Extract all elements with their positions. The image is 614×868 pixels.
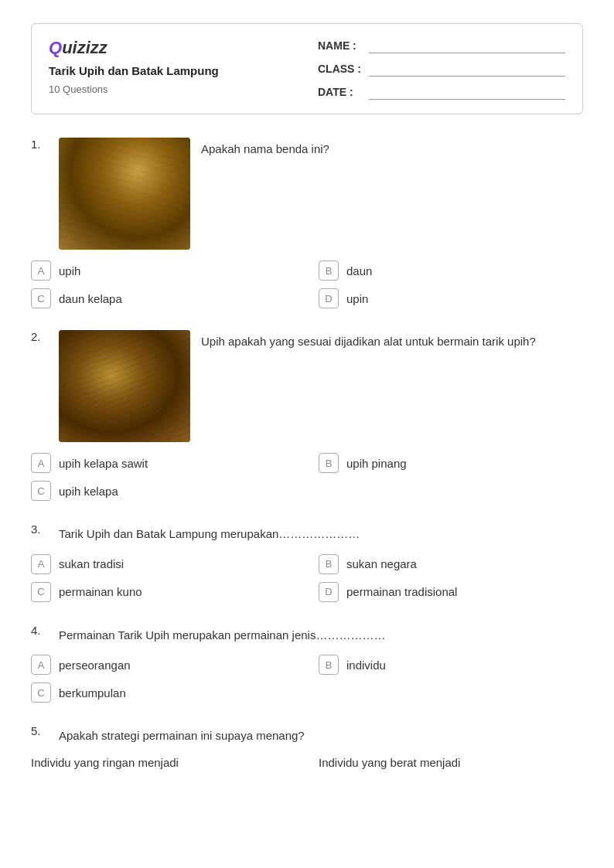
header-right: NAME : CLASS : DATE : <box>318 38 565 100</box>
answer-3-letter-b: B <box>319 554 339 574</box>
plant-image-1 <box>59 138 190 250</box>
question-3-text: Tarik Upih dan Batak Lampung merupakan……… <box>59 523 360 543</box>
answer-2-text-a: upih kelapa sawit <box>59 457 148 470</box>
answer-3-letter-d: D <box>319 582 339 602</box>
answer-text-b: daun <box>346 264 372 277</box>
answer-letter-c: C <box>31 288 51 308</box>
header-left: Q uizizz Tarik Upih dan Batak Lampung 10… <box>49 38 219 95</box>
question-5-answers: Individu yang ringan menjadi Individu ya… <box>31 756 583 769</box>
answer-letter-b: B <box>319 260 339 281</box>
answer-3-c: C permainan kuno <box>31 582 295 602</box>
answer-3-text-d: permainan tradisional <box>346 585 457 598</box>
class-field-row: CLASS : <box>318 61 565 77</box>
answer-3-b: B sukan negara <box>319 554 583 574</box>
question-4-num: 4. <box>31 624 48 637</box>
answer-letter-a: A <box>31 260 51 281</box>
question-5-num: 5. <box>31 724 48 737</box>
question-2-text: Upih apakah yang sesuai dijadikan alat u… <box>201 330 536 351</box>
quiz-title: Tarik Upih dan Batak Lampung <box>49 64 219 77</box>
answer-4-b: B individu <box>319 655 583 675</box>
answer-3-letter-c: C <box>31 582 51 602</box>
answer-2-b: B upih pinang <box>319 453 583 473</box>
answer-3-a: A sukan tradisi <box>31 554 295 574</box>
question-4-answers: A perseorangan B individu C berkumpulan <box>31 655 583 703</box>
answer-3-text-a: sukan tradisi <box>59 557 124 570</box>
question-1-image <box>59 138 190 250</box>
answer-5-text-a: Individu yang ringan menjadi <box>31 756 179 769</box>
answer-4-letter-a: A <box>31 655 51 675</box>
plant-image-2 <box>59 330 190 442</box>
answer-2-letter-a: A <box>31 453 51 473</box>
answer-text-d: upin <box>346 292 368 305</box>
question-2-num: 2. <box>31 330 48 343</box>
question-3: 3. Tarik Upih dan Batak Lampung merupaka… <box>31 523 583 602</box>
answer-5-text-b: Individu yang berat menjadi <box>319 756 460 769</box>
question-2-image <box>59 330 190 442</box>
answer-2-text-c: upih kelapa <box>59 485 118 498</box>
class-label: CLASS : <box>318 63 364 75</box>
question-2: 2. Upih apakah yang sesuai dijadikan ala… <box>31 330 583 501</box>
question-1-num: 1. <box>31 138 48 151</box>
answer-1-d: D upin <box>319 288 583 308</box>
answer-3-letter-a: A <box>31 554 51 574</box>
answer-4-text-b: individu <box>346 659 386 672</box>
answer-4-c: C berkumpulan <box>31 682 295 703</box>
answer-5-b: Individu yang berat menjadi <box>319 756 583 769</box>
answer-4-letter-b: B <box>319 655 339 675</box>
name-input[interactable] <box>369 38 565 53</box>
date-input[interactable] <box>369 84 565 100</box>
date-label: DATE : <box>318 86 364 98</box>
quizizz-logo: Q uizizz <box>49 38 219 58</box>
answer-5-a: Individu yang ringan menjadi <box>31 756 295 769</box>
question-5-header: 5. Apakah strategi permainan ini supaya … <box>31 724 583 745</box>
answer-3-text-b: sukan negara <box>346 557 417 570</box>
answer-letter-d: D <box>319 288 339 308</box>
answer-text-a: upih <box>59 264 80 277</box>
question-5-text: Apakah strategi permainan ini supaya men… <box>59 724 305 745</box>
answer-2-letter-c: C <box>31 481 51 501</box>
name-label: NAME : <box>318 39 364 52</box>
answer-2-c: C upih kelapa <box>31 481 295 501</box>
answer-3-d: D permainan tradisional <box>319 582 583 602</box>
question-4-text: Permainan Tarik Upih merupakan permainan… <box>59 624 385 645</box>
class-input[interactable] <box>369 61 565 77</box>
question-2-answers: A upih kelapa sawit B upih pinang C upih… <box>31 453 583 501</box>
answer-3-text-c: permainan kuno <box>59 585 142 598</box>
answer-4-letter-c: C <box>31 682 51 703</box>
question-1-text: Apakah nama benda ini? <box>201 138 329 158</box>
answer-2-a: A upih kelapa sawit <box>31 453 295 473</box>
quiz-questions: 10 Questions <box>49 83 219 95</box>
logo-rest: uizizz <box>62 38 107 58</box>
answer-2-letter-b: B <box>319 453 339 473</box>
answer-4-text-a: perseorangan <box>59 659 131 672</box>
question-2-header: 2. Upih apakah yang sesuai dijadikan ala… <box>31 330 583 442</box>
answer-4-text-c: berkumpulan <box>59 686 126 700</box>
answer-1-b: B daun <box>319 260 583 281</box>
answer-2-text-b: upih pinang <box>346 457 407 470</box>
answer-text-c: daun kelapa <box>59 292 122 305</box>
page: Q uizizz Tarik Upih dan Batak Lampung 10… <box>0 0 614 814</box>
question-3-answers: A sukan tradisi B sukan negara C permain… <box>31 554 583 602</box>
name-field-row: NAME : <box>318 38 565 53</box>
answer-1-c: C daun kelapa <box>31 288 295 308</box>
header-card: Q uizizz Tarik Upih dan Batak Lampung 10… <box>31 23 583 114</box>
question-3-num: 3. <box>31 523 48 536</box>
question-5: 5. Apakah strategi permainan ini supaya … <box>31 724 583 769</box>
date-field-row: DATE : <box>318 84 565 100</box>
question-1: 1. Apakah nama benda ini? A upih B daun … <box>31 138 583 308</box>
question-1-answers: A upih B daun C daun kelapa D upin <box>31 260 583 308</box>
answer-1-a: A upih <box>31 260 295 281</box>
question-1-header: 1. Apakah nama benda ini? <box>31 138 583 250</box>
question-3-header: 3. Tarik Upih dan Batak Lampung merupaka… <box>31 523 583 543</box>
logo-q-icon: Q <box>49 38 62 58</box>
question-4-header: 4. Permainan Tarik Upih merupakan permai… <box>31 624 583 645</box>
answer-4-a: A perseorangan <box>31 655 295 675</box>
question-4: 4. Permainan Tarik Upih merupakan permai… <box>31 624 583 703</box>
